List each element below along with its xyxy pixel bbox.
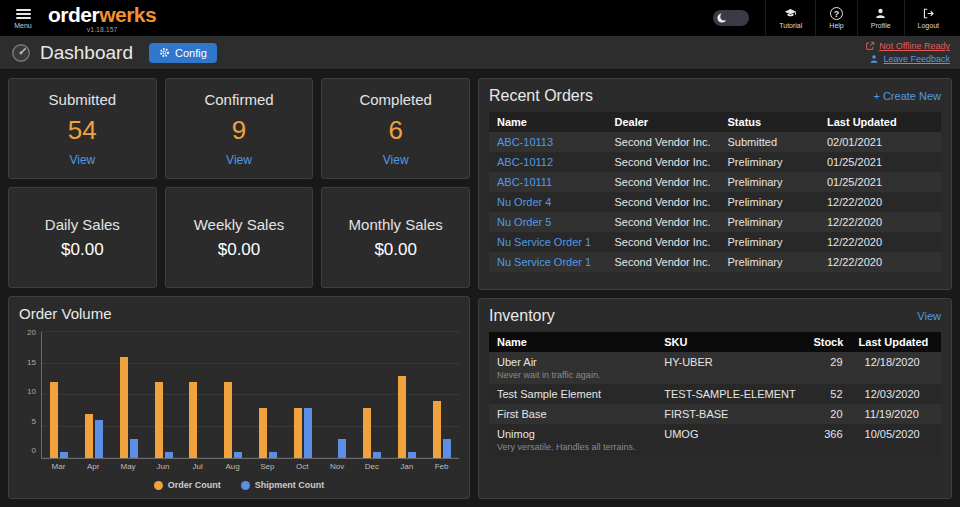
leave-feedback-link[interactable]: Leave Feedback [869, 54, 950, 64]
create-new-link[interactable]: + Create New [873, 90, 941, 102]
card-label: Confirmed [204, 91, 273, 108]
order-row[interactable]: ABC-10112Second Vendor Inc.Preliminary01… [489, 152, 941, 172]
order-count-bar [259, 408, 267, 458]
order-dealer: Second Vendor Inc. [607, 132, 720, 152]
order-count-bar [85, 414, 93, 458]
bar-group [77, 332, 112, 458]
config-button[interactable]: Config [149, 43, 217, 63]
monthly-sales-value: $0.00 [374, 240, 417, 260]
column-header-status: Status [720, 112, 819, 132]
menu-label: Menu [14, 22, 32, 29]
tutorial-label: Tutorial [779, 22, 802, 29]
order-last-updated: 12/22/2020 [819, 192, 941, 212]
inventory-panel: Inventory View Name SKU Stock Last Updat… [478, 298, 952, 499]
dark-mode-toggle[interactable] [713, 10, 749, 26]
x-axis-label: Aug [215, 462, 250, 471]
x-axis-label: Feb [424, 462, 459, 471]
dashboard-icon [10, 42, 32, 64]
column-header-sku: SKU [656, 332, 805, 352]
page-title: Dashboard [40, 42, 133, 64]
x-axis-label: Dec [354, 462, 389, 471]
order-name-link[interactable]: Nu Service Order 1 [489, 232, 607, 252]
order-name-link[interactable]: ABC-10112 [489, 152, 607, 172]
order-name-link[interactable]: ABC-10113 [489, 132, 607, 152]
inventory-item-updated: 12/03/2020 [851, 384, 941, 404]
legend-label: Shipment Count [255, 480, 325, 490]
view-submitted-link[interactable]: View [69, 153, 95, 167]
inventory-item-updated: 10/05/2020 [851, 424, 941, 456]
order-count-legend-dot [154, 481, 163, 490]
shipment-count-bar [130, 439, 138, 458]
x-axis-label: May [111, 462, 146, 471]
order-count-bar [224, 382, 232, 458]
inventory-row: Uber AirNever wait in traffic again.HY-U… [489, 352, 941, 384]
inventory-view-link[interactable]: View [917, 310, 941, 322]
order-name-link[interactable]: Nu Order 5 [489, 212, 607, 232]
profile-button[interactable]: Profile [857, 0, 904, 36]
order-row[interactable]: Nu Order 5Second Vendor Inc.Preliminary1… [489, 212, 941, 232]
order-dealer: Second Vendor Inc. [607, 252, 720, 272]
inventory-item-stock: 52 [805, 384, 850, 404]
order-dealer: Second Vendor Inc. [607, 232, 720, 252]
order-name-link[interactable]: Nu Service Order 1 [489, 252, 607, 272]
confirmed-card: Confirmed 9 View [165, 78, 314, 179]
order-row[interactable]: ABC-10111Second Vendor Inc.Preliminary01… [489, 172, 941, 192]
order-row[interactable]: ABC-10113Second Vendor Inc.Submitted02/0… [489, 132, 941, 152]
order-row[interactable]: Nu Service Order 1Second Vendor Inc.Prel… [489, 252, 941, 272]
order-status: Preliminary [720, 252, 819, 272]
order-status: Preliminary [720, 212, 819, 232]
order-row[interactable]: Nu Service Order 1Second Vendor Inc.Prel… [489, 232, 941, 252]
inventory-item-name: Uber AirNever wait in traffic again. [489, 352, 656, 384]
help-label: Help [829, 22, 843, 29]
feedback-person-icon [869, 54, 879, 64]
y-axis-tick: 10 [27, 387, 36, 396]
order-row[interactable]: Nu Order 4Second Vendor Inc.Preliminary1… [489, 192, 941, 212]
logout-button[interactable]: Logout [904, 0, 952, 36]
view-confirmed-link[interactable]: View [226, 153, 252, 167]
inventory-item-updated: 11/19/2020 [851, 404, 941, 424]
x-axis-label: Jun [145, 462, 180, 471]
shipment-count-bar [408, 452, 416, 458]
weekly-sales-value: $0.00 [218, 240, 261, 260]
card-label: Completed [359, 91, 432, 108]
order-dealer: Second Vendor Inc. [607, 152, 720, 172]
column-header-last-updated: Last Updated [851, 332, 941, 352]
topbar: Menu orderwerks v1.18.157 Tutorial ? Hel… [0, 0, 960, 36]
shipment-count-bar [60, 452, 68, 458]
inventory-row: UnimogVery versatile. Handles all terrai… [489, 424, 941, 456]
order-count-bar [50, 382, 58, 458]
logout-label: Logout [918, 22, 939, 29]
order-name-link[interactable]: ABC-10111 [489, 172, 607, 192]
shipment-count-bar [269, 452, 277, 458]
order-dealer: Second Vendor Inc. [607, 172, 720, 192]
tutorial-button[interactable]: Tutorial [765, 0, 815, 36]
app-logo[interactable]: orderwerks v1.18.157 [48, 4, 156, 33]
profile-label: Profile [871, 22, 891, 29]
order-status: Submitted [720, 132, 819, 152]
sales-cards-row: Daily Sales $0.00 Weekly Sales $0.00 Mon… [8, 187, 470, 288]
inventory-item-name: UnimogVery versatile. Handles all terrai… [489, 424, 656, 456]
recent-orders-title: Recent Orders [489, 87, 593, 105]
bar-group [146, 332, 181, 458]
chart-title: Order Volume [19, 305, 459, 322]
order-count-bar [398, 376, 406, 458]
item-description: Very versatile. Handles all terrains. [497, 442, 648, 452]
menu-button[interactable]: Menu [8, 7, 38, 29]
order-last-updated: 12/22/2020 [819, 232, 941, 252]
inventory-item-sku: FIRST-BASE [656, 404, 805, 424]
not-offline-ready-link[interactable]: Not Offline Ready [865, 41, 950, 51]
shipment-count-bar [443, 439, 451, 458]
order-name-link[interactable]: Nu Order 4 [489, 192, 607, 212]
legend-item: Shipment Count [241, 480, 325, 490]
moon-icon [716, 12, 728, 24]
bar-group [181, 332, 216, 458]
config-label: Config [175, 47, 207, 59]
help-button[interactable]: ? Help [815, 0, 856, 36]
column-header-name: Name [489, 332, 656, 352]
shipment-count-bar [95, 420, 103, 458]
order-last-updated: 02/01/2021 [819, 132, 941, 152]
bar-group [355, 332, 390, 458]
inventory-title: Inventory [489, 307, 555, 325]
view-completed-link[interactable]: View [383, 153, 409, 167]
version-label: v1.18.157 [48, 26, 156, 33]
